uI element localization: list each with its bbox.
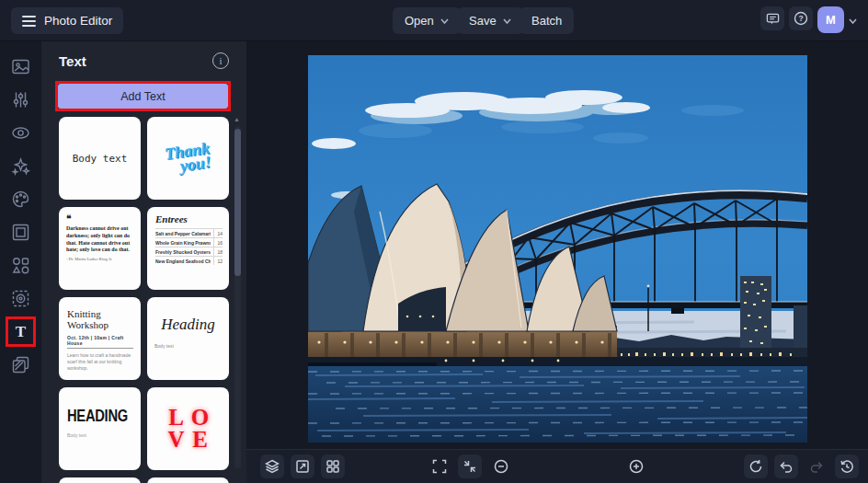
- history-icon: [839, 459, 854, 474]
- panel-scrollbar-thumb[interactable]: [234, 129, 241, 276]
- shapes-icon: [11, 256, 30, 275]
- resize-button[interactable]: [291, 454, 314, 478]
- textures-tab[interactable]: [11, 289, 30, 308]
- scroll-up-arrow[interactable]: ▲: [234, 116, 240, 122]
- chevron-down-icon: [440, 18, 449, 24]
- effects-tab[interactable]: [11, 156, 30, 176]
- open-button[interactable]: Open: [393, 7, 461, 34]
- zoom-out-icon: [494, 459, 508, 474]
- help-button[interactable]: ?: [789, 6, 813, 30]
- zoom-in-button[interactable]: [624, 454, 648, 478]
- annotation-box-text-tab: [6, 316, 36, 347]
- add-text-button[interactable]: Add Text: [58, 84, 228, 109]
- template-partial[interactable]: [59, 477, 141, 483]
- sparkles-icon: [11, 156, 30, 176]
- template-heading-script[interactable]: Heading Body text: [147, 297, 229, 380]
- template-thank-you[interactable]: Thank you!: [147, 117, 229, 200]
- fullscreen-icon: [432, 459, 447, 474]
- canvas-area: [246, 41, 868, 449]
- photo-editor-app: Photo Editor Open Save Batch ?: [0, 0, 868, 483]
- grid-icon: [326, 459, 340, 474]
- reset-history-button[interactable]: [835, 454, 859, 478]
- templates-grid-button[interactable]: [321, 454, 345, 478]
- layers-button[interactable]: [260, 454, 284, 478]
- template-partial[interactable]: [147, 477, 229, 483]
- photo-manager-tab[interactable]: [11, 57, 30, 76]
- eye-icon: [11, 123, 30, 143]
- topbar: Photo Editor Open Save Batch ?: [0, 0, 868, 41]
- sliders-icon: [11, 90, 30, 109]
- palette-icon: [11, 190, 30, 209]
- overlays-icon: [11, 355, 30, 374]
- undo-button[interactable]: [774, 454, 798, 478]
- account-chevron-icon[interactable]: [849, 18, 857, 24]
- tool-rail: T: [0, 41, 41, 483]
- redo-icon: [809, 459, 824, 474]
- fit-screen-icon: [463, 459, 477, 474]
- avatar[interactable]: M: [817, 6, 844, 33]
- help-icon: ?: [794, 11, 808, 26]
- redo-button[interactable]: [805, 454, 828, 478]
- fullscreen-button[interactable]: [428, 454, 451, 478]
- touch-up-tab[interactable]: [11, 123, 30, 143]
- main-menu-button[interactable]: Photo Editor: [11, 7, 123, 34]
- zoom-out-button[interactable]: [489, 454, 513, 478]
- refresh-icon: [748, 459, 763, 474]
- template-quote[interactable]: ❝ Darkness cannot drive out darkness; on…: [59, 207, 141, 290]
- refresh-button[interactable]: [744, 454, 768, 478]
- graphics-tab[interactable]: [11, 256, 30, 275]
- hamburger-icon: [22, 16, 36, 27]
- zoom-in-icon: [629, 459, 644, 474]
- info-icon[interactable]: i: [212, 52, 229, 69]
- undo-icon: [779, 459, 794, 474]
- template-menu[interactable]: Entrees Salt and Pepper Calamari14 Whole…: [147, 207, 229, 290]
- frames-tab[interactable]: [11, 223, 30, 242]
- edit-tab[interactable]: [11, 90, 30, 109]
- panel-title: Text: [59, 53, 86, 69]
- image-icon: [11, 57, 30, 76]
- chevron-down-icon: [503, 18, 511, 24]
- save-button[interactable]: Save: [457, 7, 523, 34]
- text-panel: Text i Add Text Body text Thank you! ❝ D…: [41, 41, 246, 483]
- overlays-tab[interactable]: [11, 355, 30, 374]
- resize-icon: [295, 459, 310, 474]
- chat-icon: [766, 12, 780, 26]
- template-heading-bold[interactable]: HEADING Body text: [59, 387, 141, 470]
- artsy-tab[interactable]: [11, 190, 30, 209]
- bottom-toolbar: 18%: [246, 449, 868, 483]
- fit-to-screen-button[interactable]: [458, 454, 482, 478]
- layers-icon: [265, 459, 280, 474]
- template-love[interactable]: L O V E: [147, 387, 229, 470]
- template-knitting-workshop[interactable]: Knitting Workshop Oct. 12th | 10am | Cra…: [59, 297, 141, 380]
- svg-text:?: ?: [798, 14, 803, 23]
- texture-icon: [11, 289, 30, 308]
- canvas-image-sydney-opera-house[interactable]: [308, 55, 807, 443]
- frame-icon: [11, 223, 30, 242]
- template-body-text[interactable]: Body text: [59, 117, 141, 200]
- app-title: Photo Editor: [44, 14, 112, 28]
- feedback-button[interactable]: [760, 6, 784, 30]
- batch-button[interactable]: Batch: [520, 7, 574, 34]
- annotation-box-add-text: Add Text: [55, 81, 231, 111]
